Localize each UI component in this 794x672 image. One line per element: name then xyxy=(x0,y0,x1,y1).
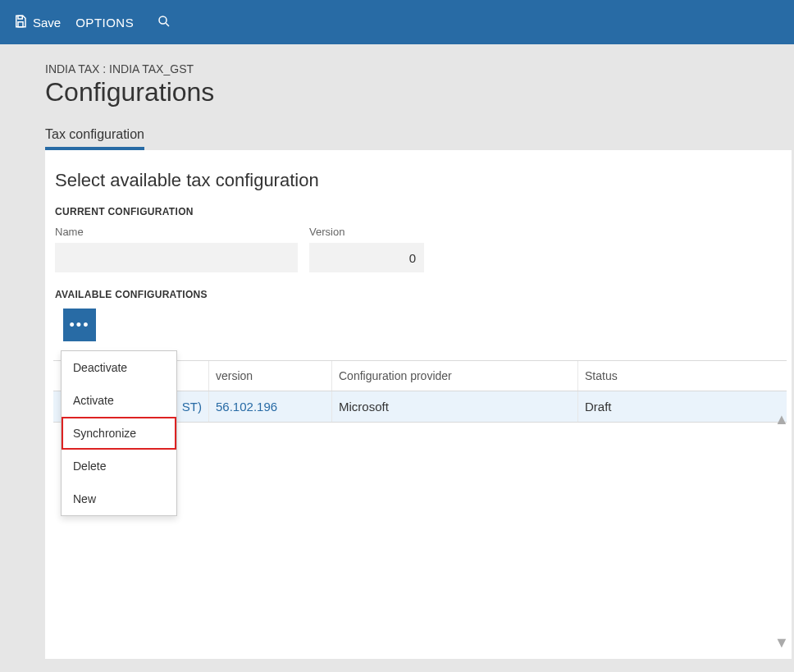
menu-deactivate[interactable]: Deactivate xyxy=(62,351,176,384)
menu-activate[interactable]: Activate xyxy=(62,384,176,417)
tabs: Tax configuration xyxy=(0,127,794,150)
menu-synchronize[interactable]: Synchronize xyxy=(62,417,176,450)
save-label: Save xyxy=(33,16,61,30)
page-header: INDIA TAX : INDIA TAX_GST Configurations xyxy=(0,44,794,107)
name-label: Name xyxy=(55,226,298,238)
command-bar: Save OPTIONS xyxy=(0,0,794,44)
page-title: Configurations xyxy=(45,77,794,107)
svg-line-3 xyxy=(166,23,169,26)
svg-rect-1 xyxy=(18,21,23,26)
context-menu: Deactivate Activate Synchronize Delete N… xyxy=(61,350,177,516)
version-label: Version xyxy=(309,226,424,238)
cell-status: Draft xyxy=(578,391,769,422)
breadcrumb: INDIA TAX : INDIA TAX_GST xyxy=(45,62,794,75)
version-field[interactable] xyxy=(309,243,424,272)
cell-provider: Microsoft xyxy=(332,391,578,422)
chevron-down-icon: ▼ xyxy=(774,634,789,651)
more-actions-button[interactable]: ••• xyxy=(63,309,96,341)
cell-version[interactable]: 56.102.196 xyxy=(209,391,332,422)
scroll-down-button[interactable]: ▼ xyxy=(772,634,792,654)
tab-tax-configuration[interactable]: Tax configuration xyxy=(45,127,144,150)
content-card: Select available tax configuration CURRE… xyxy=(45,150,792,659)
menu-new[interactable]: New xyxy=(62,482,176,515)
options-label: OPTIONS xyxy=(75,16,134,30)
save-button[interactable]: Save xyxy=(13,14,61,31)
available-config-header: AVAILABLE CONFIGURATIONS xyxy=(55,289,777,300)
current-config-header: CURRENT CONFIGURATION xyxy=(55,206,777,217)
scroll-up-button[interactable]: ▲ xyxy=(772,411,792,431)
chevron-up-icon: ▲ xyxy=(774,411,789,427)
svg-rect-0 xyxy=(18,16,22,19)
save-icon xyxy=(13,14,28,31)
col-version[interactable]: version xyxy=(209,361,332,391)
section-title: Select available tax configuration xyxy=(55,170,777,191)
menu-delete[interactable]: Delete xyxy=(62,450,176,482)
options-menu[interactable]: OPTIONS xyxy=(75,16,134,30)
search-icon xyxy=(157,14,171,31)
tab-label: Tax configuration xyxy=(45,127,144,141)
svg-point-2 xyxy=(159,16,167,24)
name-field[interactable] xyxy=(55,243,298,272)
current-config-fields: Name Version xyxy=(55,226,777,272)
col-status[interactable]: Status xyxy=(578,361,769,391)
search-button[interactable] xyxy=(157,14,171,31)
col-provider[interactable]: Configuration provider xyxy=(332,361,578,391)
